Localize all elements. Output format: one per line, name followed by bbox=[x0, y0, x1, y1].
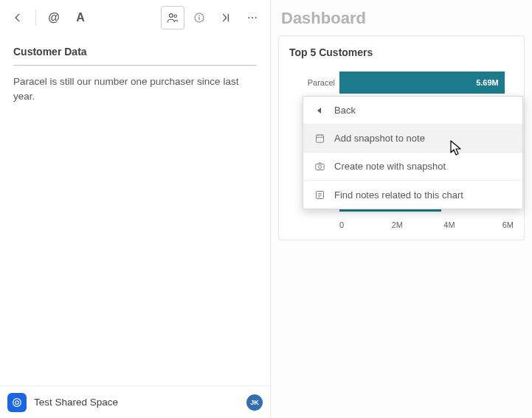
context-menu-find-notes[interactable]: Find notes related to this chart bbox=[303, 181, 522, 209]
chart-row-label: Paracel bbox=[289, 78, 339, 87]
context-menu-create-note[interactable]: Create note with snapshot bbox=[303, 153, 522, 181]
space-name[interactable]: Test Shared Space bbox=[34, 397, 239, 408]
note-body[interactable]: Paracel is still our number one purchase… bbox=[13, 74, 257, 105]
footer: Test Shared Space JK bbox=[0, 386, 270, 418]
chevron-left-icon bbox=[13, 13, 23, 23]
context-menu-back[interactable]: Back bbox=[303, 97, 522, 125]
context-menu: Back Add snapshot to note Create note wi… bbox=[303, 96, 523, 209]
back-button[interactable] bbox=[6, 6, 30, 29]
more-button[interactable] bbox=[241, 6, 264, 29]
avatar[interactable]: JK bbox=[246, 394, 263, 411]
space-icon[interactable] bbox=[7, 393, 27, 412]
context-menu-label: Create note with snapshot bbox=[334, 161, 446, 172]
context-menu-add-snapshot[interactable]: Add snapshot to note bbox=[303, 125, 522, 153]
svg-rect-11 bbox=[316, 135, 323, 142]
dashboard-title: Dashboard bbox=[271, 0, 532, 35]
text-style-button[interactable]: A bbox=[69, 6, 92, 29]
info-icon bbox=[193, 12, 205, 24]
x-tick: 6M bbox=[496, 220, 514, 229]
collaborators-button[interactable] bbox=[161, 6, 184, 29]
chart-bar[interactable]: 5.69M bbox=[339, 72, 505, 94]
back-triangle-icon bbox=[314, 105, 325, 116]
context-menu-label: Back bbox=[334, 105, 356, 116]
camera-icon bbox=[314, 161, 325, 173]
note-toolbar: @ A bbox=[0, 0, 270, 35]
toolbar-separator bbox=[35, 10, 36, 26]
x-tick: 0 bbox=[339, 220, 392, 229]
info-button[interactable] bbox=[187, 6, 211, 29]
space-glyph-icon bbox=[11, 397, 23, 408]
collapse-button[interactable] bbox=[214, 6, 238, 29]
svg-point-16 bbox=[318, 165, 321, 168]
svg-point-6 bbox=[248, 17, 249, 18]
svg-point-3 bbox=[198, 15, 199, 16]
chart-title: Top 5 Customers bbox=[289, 46, 514, 58]
note-title[interactable]: Customer Data bbox=[13, 41, 257, 66]
svg-point-8 bbox=[255, 17, 257, 18]
svg-point-7 bbox=[252, 17, 253, 18]
context-menu-label: Add snapshot to note bbox=[334, 133, 425, 144]
context-menu-label: Find notes related to this chart bbox=[334, 189, 463, 201]
x-tick: 4M bbox=[443, 220, 496, 229]
snapshot-note-icon bbox=[314, 133, 325, 144]
x-tick: 2M bbox=[392, 220, 444, 229]
svg-point-10 bbox=[15, 400, 19, 404]
chart-row: Paracel 5.69M bbox=[289, 69, 514, 97]
svg-point-1 bbox=[174, 15, 177, 18]
note-area: Customer Data Paracel is still our numbe… bbox=[0, 35, 270, 418]
svg-rect-15 bbox=[315, 164, 323, 170]
notes-list-icon bbox=[314, 189, 325, 201]
svg-point-0 bbox=[169, 14, 173, 18]
more-horizontal-icon bbox=[246, 12, 258, 24]
svg-point-9 bbox=[13, 398, 21, 406]
mention-button[interactable]: @ bbox=[42, 6, 66, 29]
people-icon bbox=[166, 11, 179, 24]
note-pane: @ A Customer Data Paracel is still our n… bbox=[0, 0, 271, 418]
collapse-right-icon bbox=[220, 12, 232, 24]
chart-x-axis: 0 2M 4M 6M bbox=[339, 220, 514, 229]
svg-rect-4 bbox=[198, 17, 199, 20]
